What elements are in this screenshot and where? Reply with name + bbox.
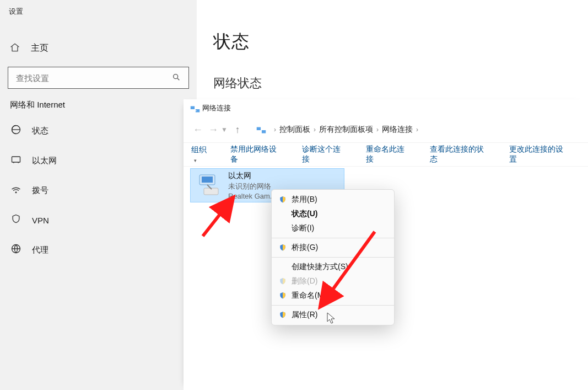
connection-name: 以太网 bbox=[228, 171, 276, 181]
dialup-icon bbox=[10, 184, 22, 197]
context-delete: 删除(D) bbox=[272, 274, 394, 289]
svg-rect-2 bbox=[12, 157, 20, 162]
context-item-label: 禁用(B) bbox=[292, 195, 317, 205]
context-item-label: 属性(R) bbox=[292, 310, 317, 320]
connection-device: Realtek Gam... bbox=[228, 192, 276, 200]
nav-up-button[interactable]: ↑ bbox=[230, 124, 245, 136]
proxy-icon bbox=[10, 243, 22, 257]
sidebar-item-status[interactable]: 状态 bbox=[0, 116, 197, 146]
explorer-title: 网络连接 bbox=[202, 103, 231, 113]
section-header: 网络状态 bbox=[213, 75, 571, 92]
settings-home-label: 主页 bbox=[31, 42, 48, 54]
svg-point-3 bbox=[15, 192, 17, 193]
context-menu: 禁用(B) 状态(U) 诊断(I) 桥接(G) 创建快捷方式(S) 删除(D) … bbox=[271, 189, 395, 325]
ethernet-adapter-icon bbox=[195, 172, 224, 199]
home-icon bbox=[9, 42, 21, 55]
search-icon bbox=[172, 73, 181, 83]
breadcrumb-item[interactable]: 网络连接 bbox=[382, 125, 413, 135]
svg-point-0 bbox=[174, 74, 178, 78]
sidebar-item-ethernet[interactable]: 以太网 bbox=[0, 146, 197, 175]
nav-history-button[interactable]: ▼ bbox=[221, 126, 230, 133]
context-create-shortcut[interactable]: 创建快捷方式(S) bbox=[272, 260, 394, 274]
svg-rect-10 bbox=[202, 177, 213, 183]
settings-section-label: 网络和 Internet bbox=[0, 89, 197, 116]
settings-search-box[interactable] bbox=[8, 67, 189, 89]
shield-icon bbox=[278, 243, 288, 252]
svg-rect-7 bbox=[257, 127, 261, 131]
page-title: 状态 bbox=[213, 30, 571, 54]
sidebar-item-label: 状态 bbox=[32, 126, 48, 136]
shield-icon bbox=[278, 291, 288, 300]
sidebar-item-proxy[interactable]: 代理 bbox=[0, 235, 197, 265]
sidebar-item-label: 代理 bbox=[32, 245, 48, 255]
context-item-label: 创建快捷方式(S) bbox=[292, 262, 348, 272]
network-icon bbox=[255, 124, 266, 135]
nav-back-button[interactable]: ← bbox=[190, 124, 206, 136]
svg-rect-5 bbox=[191, 106, 195, 110]
status-icon bbox=[10, 124, 22, 138]
context-item-label: 诊断(I) bbox=[292, 223, 314, 233]
breadcrumb-item[interactable]: 所有控制面板项 bbox=[319, 125, 373, 135]
settings-home-button[interactable]: 主页 bbox=[0, 34, 197, 62]
context-item-label: 桥接(G) bbox=[292, 243, 318, 253]
svg-rect-8 bbox=[262, 130, 266, 133]
breadcrumb[interactable]: › 控制面板 › 所有控制面板项 › 网络连接 › bbox=[255, 124, 422, 135]
sidebar-item-label: VPN bbox=[32, 216, 49, 225]
sidebar-item-dialup[interactable]: 拨号 bbox=[0, 175, 197, 205]
explorer-toolbar: 组织 禁用此网络设备 诊断这个连接 重命名此连接 查看此连接的状态 更改此连接的… bbox=[184, 142, 588, 167]
context-item-label: 状态(U) bbox=[292, 209, 317, 219]
toolbar-change-settings-button[interactable]: 更改此连接的设置 bbox=[509, 145, 569, 164]
shield-icon bbox=[278, 195, 288, 204]
shield-icon bbox=[278, 311, 288, 319]
toolbar-rename-button[interactable]: 重命名此连接 bbox=[366, 145, 411, 164]
network-connections-icon bbox=[189, 103, 199, 113]
connection-status: 未识别的网络 bbox=[228, 181, 276, 191]
sidebar-item-label: 以太网 bbox=[32, 156, 57, 166]
context-diagnose[interactable]: 诊断(I) bbox=[272, 221, 394, 236]
context-bridge[interactable]: 桥接(G) bbox=[272, 241, 394, 255]
settings-app-title: 设置 bbox=[0, 3, 197, 20]
sidebar-item-vpn[interactable]: VPN bbox=[0, 205, 197, 235]
settings-search-input[interactable] bbox=[16, 73, 172, 83]
toolbar-disable-button[interactable]: 禁用此网络设备 bbox=[230, 145, 283, 164]
vpn-icon bbox=[10, 213, 22, 227]
toolbar-organize-button[interactable]: 组织 bbox=[191, 145, 212, 164]
cursor-icon bbox=[327, 312, 337, 324]
shield-icon bbox=[278, 277, 288, 286]
ethernet-icon bbox=[10, 154, 22, 168]
context-rename[interactable]: 重命名(M) bbox=[272, 289, 394, 303]
context-disable[interactable]: 禁用(B) bbox=[272, 193, 394, 207]
breadcrumb-item[interactable]: 控制面板 bbox=[279, 125, 310, 135]
nav-forward-button[interactable]: → bbox=[206, 124, 221, 136]
context-status[interactable]: 状态(U) bbox=[272, 207, 394, 221]
sidebar-item-label: 拨号 bbox=[32, 185, 48, 196]
toolbar-diagnose-button[interactable]: 诊断这个连接 bbox=[302, 145, 347, 164]
context-item-label: 重命名(M) bbox=[292, 291, 326, 301]
context-item-label: 删除(D) bbox=[292, 276, 317, 286]
toolbar-view-status-button[interactable]: 查看此连接的状态 bbox=[430, 145, 490, 164]
